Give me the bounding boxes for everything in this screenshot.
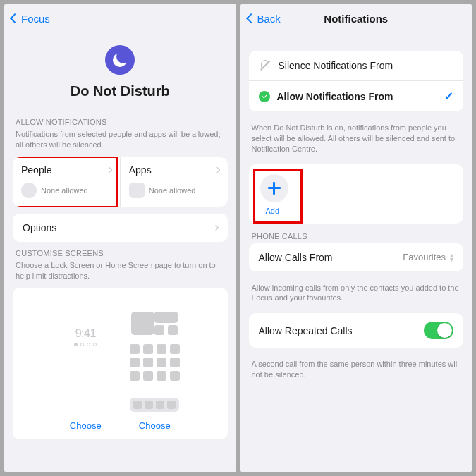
lock-screen-mock[interactable]: 9:41 bbox=[55, 300, 116, 416]
calls-list: Allow Calls From Favourites ▴▾ bbox=[249, 243, 464, 271]
chevron-right-icon bbox=[106, 166, 112, 172]
chevron-right-icon bbox=[212, 224, 218, 230]
customise-header: CUSTOMISE SCREENS bbox=[4, 249, 236, 260]
repeated-label: Allow Repeated Calls bbox=[259, 325, 353, 336]
avatar-placeholder bbox=[21, 183, 37, 198]
silence-label: Silence Notifications From bbox=[279, 60, 393, 71]
mode-list: Silence Notifications From Allow Notific… bbox=[249, 51, 464, 111]
options-row[interactable]: Options bbox=[13, 214, 228, 242]
page-title: Do Not Disturb bbox=[4, 83, 236, 99]
repeated-list: Allow Repeated Calls bbox=[249, 313, 464, 348]
lock-dots bbox=[55, 343, 116, 346]
people-apps-row: People None allowed Apps None allowed bbox=[13, 157, 228, 207]
screens-card: 9:41 Choose Choose bbox=[13, 288, 228, 439]
options-list: Options bbox=[13, 214, 228, 242]
add-label: Add bbox=[266, 207, 453, 215]
choose-lock-button[interactable]: Choose bbox=[55, 420, 116, 431]
people-cell[interactable]: People None allowed bbox=[13, 157, 120, 207]
choose-home-button[interactable]: Choose bbox=[124, 420, 185, 431]
check-badge-icon bbox=[259, 91, 270, 102]
allow-desc: Notifications from selected people and a… bbox=[4, 129, 236, 157]
customise-desc: Choose a Lock Screen or Home Screen page… bbox=[4, 260, 236, 288]
back-button[interactable]: Focus bbox=[11, 13, 50, 25]
people-label: People bbox=[21, 164, 52, 176]
up-down-icon: ▴▾ bbox=[450, 253, 453, 262]
add-button[interactable] bbox=[260, 174, 288, 202]
silence-from-row[interactable]: Silence Notifications From bbox=[249, 51, 464, 81]
allow-calls-value: Favourites bbox=[403, 252, 446, 262]
back-button[interactable]: Back bbox=[248, 13, 281, 25]
nav-bar: Focus bbox=[4, 4, 236, 32]
chevron-right-icon bbox=[214, 166, 219, 172]
chevron-left-icon bbox=[10, 13, 20, 23]
allow-from-row[interactable]: Allow Notifications From ✓ bbox=[249, 81, 464, 111]
bell-slash-icon bbox=[259, 59, 271, 72]
repeated-desc: A second call from the same person withi… bbox=[240, 355, 472, 390]
page-title: Notifications bbox=[324, 13, 388, 25]
back-label: Back bbox=[257, 13, 281, 25]
repeated-toggle[interactable] bbox=[424, 322, 453, 339]
plus-icon bbox=[273, 182, 275, 195]
allow-calls-row[interactable]: Allow Calls From Favourites ▴▾ bbox=[249, 243, 464, 271]
calls-desc: Allow incoming calls from only the conta… bbox=[240, 279, 472, 314]
options-label: Options bbox=[23, 222, 56, 233]
mode-desc: When Do Not Disturb is on, notifications… bbox=[240, 118, 472, 164]
people-sub: None allowed bbox=[41, 186, 88, 195]
chevron-left-icon bbox=[245, 13, 255, 23]
hero: Do Not Disturb bbox=[4, 32, 236, 105]
apps-sub: None allowed bbox=[149, 186, 196, 195]
focus-settings-screen: Focus Do Not Disturb ALLOW NOTIFICATIONS… bbox=[4, 4, 236, 472]
nav-bar: Back Notifications bbox=[240, 4, 472, 32]
apps-label: Apps bbox=[129, 164, 152, 176]
checkmark-icon: ✓ bbox=[444, 90, 453, 103]
moon-icon bbox=[105, 45, 135, 75]
apps-cell[interactable]: Apps None allowed bbox=[121, 157, 228, 207]
allow-label: Allow Notifications From bbox=[277, 91, 393, 102]
calls-header: PHONE CALLS bbox=[240, 232, 472, 243]
home-screen-option: Choose bbox=[124, 300, 185, 431]
lock-screen-option: 9:41 Choose bbox=[55, 300, 116, 431]
add-people-card: Add bbox=[249, 164, 464, 224]
repeated-row: Allow Repeated Calls bbox=[249, 313, 464, 348]
home-screen-mock[interactable] bbox=[124, 300, 185, 416]
app-placeholder bbox=[129, 183, 145, 198]
allow-header: ALLOW NOTIFICATIONS bbox=[4, 118, 236, 129]
allow-calls-label: Allow Calls From bbox=[259, 252, 333, 263]
lock-time: 9:41 bbox=[55, 300, 116, 340]
back-label: Focus bbox=[21, 13, 50, 25]
notifications-screen: Back Notifications Silence Notifications… bbox=[240, 4, 472, 472]
